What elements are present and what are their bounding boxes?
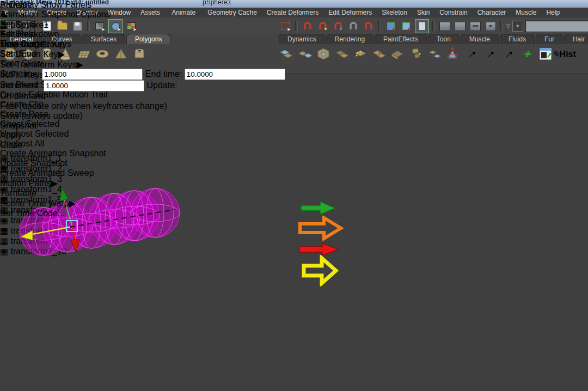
annotation-arrow-red [298, 243, 340, 256]
dialog-buttons: Snapshot Apply Close [0, 121, 285, 150]
radio-time-slider-label[interactable]: Time Slider [0, 59, 44, 68]
uv-checker-3-shelf-button[interactable]: ↗ [501, 46, 516, 62]
annotation-box-snapshot1group [14, 108, 108, 124]
close-dialog-button[interactable]: Close [0, 140, 285, 150]
shelf-tab-fluids[interactable]: Fluids [500, 34, 535, 44]
menu-item-label: Turntable... [0, 188, 44, 198]
render-current-frame-button[interactable] [454, 20, 467, 33]
menu-item-scene-time-warp[interactable]: Scene Time Warp▶ [0, 198, 143, 209]
start-time-field[interactable] [42, 69, 143, 80]
radio-start-end-label[interactable]: Start/End [0, 49, 36, 58]
dialog-client-area: Edit Help Time range: Start/End Time Sli… [0, 29, 285, 150]
annotation-box-update-snapshot [155, 182, 219, 195]
dialog-menu-help[interactable]: Help [17, 29, 35, 39]
render-current-frame-icon [455, 22, 465, 31]
uv-checker-icon: ↗ [505, 49, 512, 59]
field-type-dropdown-icon[interactable]: ▽ [506, 23, 510, 29]
menu-item-label: Update Snapshot [0, 158, 68, 168]
menu-help[interactable]: Help [541, 9, 565, 16]
uv-checker-icon: ↗ [468, 49, 475, 59]
menu-item-set-time-code[interactable]: Set Time Code... [0, 209, 143, 218]
shelf-tab-fur[interactable]: Fur [536, 34, 563, 44]
ipr-render-button[interactable]: IPR [469, 20, 482, 33]
apply-button[interactable]: Apply [0, 131, 285, 140]
uv-checker-icon: ↗ [486, 49, 493, 59]
time-range-label: Time range: [0, 39, 46, 48]
uv-checker-2-shelf-button[interactable]: ↗ [482, 46, 498, 62]
render-settings-icon: ⚙ [485, 22, 496, 31]
hist-icon: ✎Hist [552, 49, 576, 59]
start-end-subgroup: Start time: End time: [0, 69, 285, 80]
render-settings-button[interactable]: ⚙ [484, 20, 497, 33]
radio-on-demand-label[interactable]: On demand [0, 91, 46, 101]
status-separator [500, 21, 503, 31]
update-label: Update: [147, 81, 177, 90]
annotation-arrow-yellow [301, 255, 339, 286]
end-time-label: End time: [145, 69, 182, 78]
uv-checker-1-shelf-button[interactable]: ↗ [464, 46, 479, 62]
history-shelf-button[interactable]: ✎Hist [556, 46, 572, 62]
submenu-arrow-icon: ▶ [69, 199, 76, 208]
select-field-icon[interactable]: ⌖ [512, 21, 523, 32]
menu-item-label: Create Animated Sweep [0, 168, 94, 178]
annotation-box-create-animation-snapshot [155, 168, 401, 184]
menu-item-motion-paths[interactable]: Motion Paths▶ [0, 178, 143, 188]
dialog-title: Animation Snapshot Options [0, 10, 111, 19]
uv-shield-shelf-button[interactable]: ✚ [519, 46, 535, 62]
menu-item-create-animated-sweep[interactable]: Create Animated Sweep [0, 168, 143, 178]
submenu-arrow-icon: ▶ [51, 179, 57, 188]
uv-shield-icon: ✚ [523, 49, 530, 59]
menu-item-label: Scene Time Warp [0, 199, 69, 208]
end-time-field[interactable] [185, 69, 285, 80]
start-time-label: Start time: [0, 69, 40, 78]
annotation-arrow-orange [298, 216, 344, 241]
maya-application-window: Autodesk Maya 2012 x64: untitled pSphere… [0, 0, 588, 391]
ipr-render-icon: IPR [470, 22, 481, 31]
menu-item-turntable[interactable]: Turntable... [0, 188, 143, 198]
poly-cone-axis-icon [446, 47, 460, 60]
subdivide-shelf-button[interactable] [445, 46, 461, 62]
menu-item-update-snapshot[interactable]: Update Snapshot [0, 158, 143, 168]
menu-item-label: Motion Paths [0, 179, 51, 188]
dialog-menu-edit[interactable]: Edit [0, 29, 15, 39]
annotation-arrow-green [301, 201, 336, 215]
uv-editor-icon [539, 47, 552, 60]
quick-selection-input[interactable] [525, 20, 588, 32]
menu-item-label: Set Time Code... [0, 209, 65, 218]
increment-label: Increment: [0, 81, 41, 90]
menu-muscle[interactable]: Muscle [511, 9, 541, 16]
increment-field[interactable] [44, 80, 144, 91]
uv-editor-shelf-button[interactable] [538, 46, 553, 62]
shelf-tab-hair[interactable]: Hair [564, 34, 588, 44]
annotation-box-animate-menu [139, 4, 185, 34]
menu-character[interactable]: Character [473, 9, 511, 16]
shelf-tab-muscle[interactable]: Muscle [461, 34, 499, 44]
